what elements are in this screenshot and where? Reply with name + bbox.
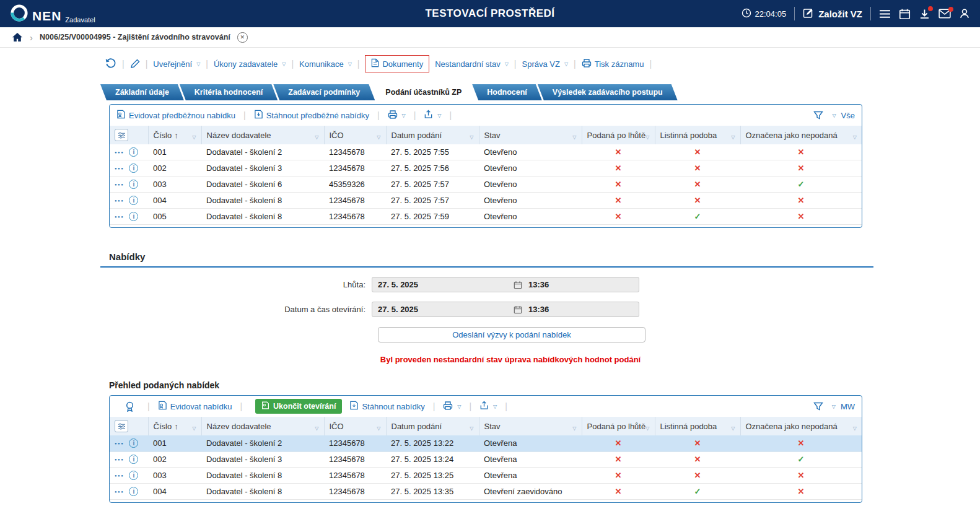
row-actions-icon[interactable]: ●●● (115, 167, 124, 170)
filter-caret-icon[interactable]: ▽ (853, 134, 857, 140)
filter-caret-icon[interactable]: ▽ (572, 425, 576, 431)
calendar-icon[interactable] (514, 305, 522, 314)
col-nazev-dodavatele[interactable]: Název dodavatele▽ (201, 417, 324, 435)
row-actions-icon[interactable]: ●●● (115, 150, 124, 154)
export-table-button[interactable]: ▽ (424, 110, 441, 121)
filter-caret-icon[interactable]: ▽ (377, 425, 380, 431)
tab-vysledek-zadavaciho-postupu[interactable]: Výsledek zadávacího postupu (538, 84, 678, 100)
toolbar-nestandardni-stav[interactable]: Nestandardní stav▽ (435, 59, 509, 69)
history-icon[interactable] (105, 58, 116, 69)
col-listinna-podoba[interactable]: Listinná podoba▽ (655, 417, 740, 435)
table-row[interactable]: ●●● i 004 Dodavatel - školení 8 12345678… (110, 193, 862, 209)
view-selector[interactable]: Vše (841, 111, 855, 120)
ukoncit-otevirani-button[interactable]: Ukončit otevírání (255, 399, 342, 414)
evidovat-nabidku-button[interactable]: Evidovat nabídku (158, 401, 232, 412)
table-row[interactable]: ●●● i 005 Dodavatel - školení 8 12345678… (110, 209, 862, 225)
col-podana-po-lhute[interactable]: Podaná po lhůtě▽ (582, 417, 655, 435)
filter-caret-icon[interactable]: ▽ (192, 134, 196, 140)
nen-logo[interactable]: NEN Zadavatel (10, 4, 95, 24)
filter-icon[interactable] (813, 111, 823, 120)
filter-caret-icon[interactable]: ▽ (731, 425, 735, 431)
info-icon[interactable]: i (129, 180, 138, 189)
table-row[interactable]: ●●● i 001 Dodavatel - školení 2 12345678… (110, 144, 862, 160)
odeslani-vyzvy-button[interactable]: Odeslání výzvy k podání nabídek (378, 327, 645, 342)
otevirani-time-value[interactable]: 13:36 (522, 305, 549, 314)
info-icon[interactable]: i (129, 147, 138, 157)
column-settings-icon[interactable] (115, 420, 128, 432)
tab-zakladni-udaje[interactable]: Základní údaje (100, 84, 184, 100)
filter-caret-icon[interactable]: ▽ (315, 134, 318, 140)
col-cislo[interactable]: Číslo↑▽ (148, 417, 201, 435)
table-row[interactable]: ●●● i 001 Dodavatel - školení 2 12345678… (110, 435, 862, 451)
col-stav[interactable]: Stav▽ (479, 417, 582, 435)
export-table-button[interactable]: ▽ (479, 401, 497, 412)
row-actions-icon[interactable]: ●●● (115, 458, 124, 461)
mail-icon[interactable] (938, 9, 951, 19)
info-icon[interactable]: i (129, 471, 138, 480)
calendar-icon[interactable] (514, 281, 522, 289)
row-actions-icon[interactable]: ●●● (115, 474, 124, 478)
info-icon[interactable]: i (129, 438, 138, 448)
table-row[interactable]: ●●● i 002 Dodavatel - školení 3 12345678… (110, 160, 862, 177)
filter-caret-icon[interactable]: ▽ (731, 134, 735, 140)
otevirani-date-value[interactable]: 27. 5. 2025 (372, 305, 514, 314)
col-stav[interactable]: Stav▽ (479, 126, 582, 144)
info-icon[interactable]: i (129, 196, 138, 205)
col-cislo[interactable]: Číslo↑▽ (148, 126, 201, 144)
otevirani-datetime-field[interactable]: 27. 5. 2025 13:36 (372, 302, 639, 317)
filter-caret-icon[interactable]: ▽ (470, 425, 473, 431)
breadcrumb-current[interactable]: N006/25/V00004995 - Zajištění závodního … (40, 33, 230, 41)
home-icon[interactable] (12, 32, 23, 42)
table-row[interactable]: ●●● i 002 Dodavatel - školení 3 12345678… (110, 451, 862, 468)
filter-icon[interactable] (813, 402, 823, 411)
stahnout-predbezne-nabidky-button[interactable]: Stáhnout předběžné nabídky (254, 110, 369, 121)
toolbar-komunikace[interactable]: Komunikace▽ (299, 59, 352, 69)
info-icon[interactable]: i (129, 487, 138, 496)
col-podana-po-lhute[interactable]: Podaná po lhůtě▽ (582, 126, 655, 144)
tab-kriteria-hodnoceni[interactable]: Kritéria hodnocení (180, 84, 278, 100)
row-actions-icon[interactable]: ●●● (115, 199, 124, 203)
row-actions-icon[interactable]: ●●● (115, 215, 124, 219)
lhuta-time-value[interactable]: 13:36 (522, 280, 549, 289)
calendar-icon[interactable] (899, 8, 911, 20)
col-ico[interactable]: IČO▽ (324, 126, 386, 144)
stahnout-nabidky-button[interactable]: Stáhnout nabídky (349, 401, 424, 412)
hamburger-menu-icon[interactable] (879, 9, 891, 19)
row-actions-icon[interactable]: ●●● (115, 442, 124, 445)
filter-caret-icon[interactable]: ▽ (645, 134, 649, 140)
toolbar-dokumenty[interactable]: Dokumenty (365, 55, 429, 72)
col-datum-podani[interactable]: Datum podání▽ (386, 417, 479, 435)
close-icon[interactable]: ✕ (237, 32, 248, 43)
col-datum-podani[interactable]: Datum podání▽ (386, 126, 479, 144)
table-row[interactable]: ●●● i 003 Dodavatel - školení 6 45359326… (110, 177, 862, 193)
tab-hodnoceni[interactable]: Hodnocení (472, 84, 542, 100)
col-oznacena-jako-nepodana[interactable]: Označena jako nepodaná▽ (740, 417, 862, 435)
col-nazev-dodavatele[interactable]: Název dodavatele▽ (201, 126, 324, 144)
toolbar-ukony-zadavatele[interactable]: Úkony zadavatele▽ (214, 59, 286, 69)
table-row[interactable]: ●●● i 003 Dodavatel - školení 8 12345678… (110, 468, 862, 484)
pencil-icon[interactable] (130, 59, 140, 69)
chevron-down-icon[interactable]: ▽ (832, 113, 836, 118)
table-row[interactable]: ●●● i 004 Dodavatel - školení 8 12345678… (110, 484, 862, 500)
toolbar-tisk-zaznamu[interactable]: Tisk záznamu (582, 58, 644, 70)
filter-caret-icon[interactable]: ▽ (853, 425, 857, 431)
toolbar-sprava-vz[interactable]: Správa VZ▽ (522, 59, 569, 69)
filter-caret-icon[interactable]: ▽ (192, 425, 196, 431)
toolbar-uverejneni[interactable]: Uveřejnění▽ (153, 59, 200, 69)
lhuta-datetime-field[interactable]: 27. 5. 2025 13:36 (372, 277, 639, 292)
print-table-button[interactable]: ▽ (388, 110, 406, 121)
tab-podani-ucastniku-zp[interactable]: Podání účastníků ZP (370, 84, 476, 100)
col-oznacena-jako-nepodana[interactable]: Označena jako nepodaná▽ (740, 126, 862, 144)
col-ico[interactable]: IČO▽ (324, 417, 386, 435)
info-icon[interactable]: i (129, 164, 138, 173)
chevron-down-icon[interactable]: ▽ (832, 404, 836, 409)
filter-caret-icon[interactable]: ▽ (572, 134, 576, 140)
evidovat-predbeznou-nabidku-button[interactable]: Evidovat předběžnou nabídku (116, 110, 235, 121)
lhuta-date-value[interactable]: 27. 5. 2025 (372, 280, 514, 289)
col-listinna-podoba[interactable]: Listinná podoba▽ (655, 126, 740, 144)
info-icon[interactable]: i (129, 212, 138, 221)
row-actions-icon[interactable]: ●●● (115, 183, 124, 186)
filter-caret-icon[interactable]: ▽ (377, 134, 380, 140)
tab-zadavaci-podminky[interactable]: Zadávací podmínky (273, 84, 375, 100)
create-vz-button[interactable]: Založit VZ (803, 7, 862, 20)
